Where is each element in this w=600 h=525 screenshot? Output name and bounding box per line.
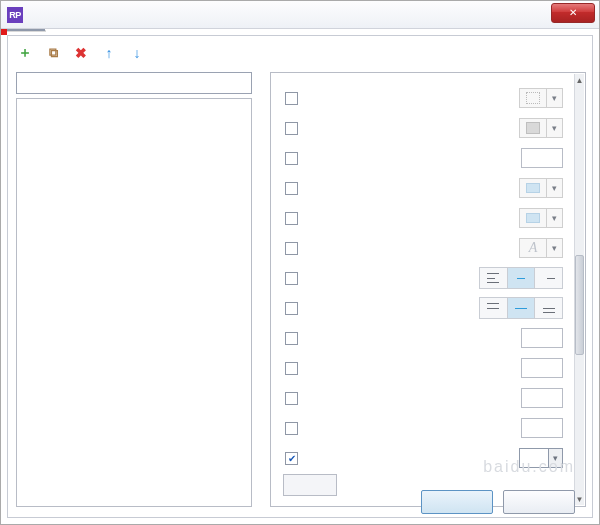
checkbox[interactable] <box>285 242 298 255</box>
prop-inner-shadow: ▾ <box>283 203 567 233</box>
corner-visibility-dropdown[interactable]: ▾ <box>519 88 563 108</box>
checkbox[interactable] <box>285 362 298 375</box>
ok-button[interactable] <box>421 490 493 514</box>
align-segmented[interactable] <box>479 267 563 289</box>
valign-segmented[interactable] <box>479 297 563 319</box>
close-icon: ✕ <box>569 8 577 18</box>
add-icon[interactable]: ＋ <box>18 46 32 60</box>
valign-bottom-icon[interactable] <box>535 298 562 318</box>
valign-middle-icon[interactable] <box>508 298 536 318</box>
text-shadow-dropdown[interactable]: A▾ <box>519 238 563 258</box>
checkbox[interactable] <box>285 152 298 165</box>
copy-button[interactable] <box>283 474 337 496</box>
cancel-button[interactable] <box>503 490 575 514</box>
app-icon: RP <box>7 7 23 23</box>
toolbar: ＋ ⧉ ✖ ↑ ↓ <box>18 46 144 60</box>
outer-shadow-dropdown[interactable]: ▾ <box>519 178 563 198</box>
properties-panel: ▲ ▼ ▾ ▾ <box>270 72 586 507</box>
checkbox[interactable] <box>285 182 298 195</box>
line-spacing-value <box>520 449 548 467</box>
align-center-icon[interactable] <box>508 268 536 288</box>
pad-top-input[interactable] <box>521 358 563 378</box>
scroll-up-icon[interactable]: ▲ <box>575 74 584 86</box>
scroll-thumb[interactable] <box>575 255 584 355</box>
line-spacing-popup[interactable] <box>1 29 45 31</box>
prop-fill-color: ▾ <box>283 113 567 143</box>
move-up-icon[interactable]: ↑ <box>102 46 116 60</box>
checkbox[interactable]: ✔ <box>285 452 298 465</box>
close-button[interactable]: ✕ <box>551 3 595 23</box>
checkbox[interactable] <box>285 422 298 435</box>
checkbox[interactable] <box>285 392 298 405</box>
chevron-down-icon: ▾ <box>548 449 562 467</box>
pad-bottom-input[interactable] <box>521 418 563 438</box>
checkbox[interactable] <box>285 92 298 105</box>
prop-outer-shadow: ▾ <box>283 173 567 203</box>
prop-valign <box>283 293 567 323</box>
prop-line-spacing: ✔ ▾ <box>283 443 567 473</box>
opacity-input[interactable] <box>521 148 563 168</box>
checkbox[interactable] <box>285 212 298 225</box>
prop-pad-top <box>283 353 567 383</box>
duplicate-icon[interactable]: ⧉ <box>46 46 60 60</box>
prop-opacity <box>283 143 567 173</box>
move-down-icon[interactable]: ↓ <box>130 46 144 60</box>
checkbox[interactable] <box>285 332 298 345</box>
style-search-input[interactable] <box>16 72 252 94</box>
titlebar: RP ✕ <box>1 1 599 29</box>
prop-pad-right <box>283 383 567 413</box>
checkbox[interactable] <box>285 272 298 285</box>
pad-right-input[interactable] <box>521 388 563 408</box>
prop-align <box>283 263 567 293</box>
prop-pad-left <box>283 323 567 353</box>
line-spacing-dropdown[interactable]: ▾ <box>519 448 563 468</box>
delete-icon[interactable]: ✖ <box>74 46 88 60</box>
valign-top-icon[interactable] <box>480 298 508 318</box>
align-left-icon[interactable] <box>480 268 508 288</box>
style-manager-window: RP ✕ ＋ ⧉ ✖ ↑ ↓ ▲ ▼ <box>0 0 600 525</box>
pad-left-input[interactable] <box>521 328 563 348</box>
inner-shadow-dropdown[interactable]: ▾ <box>519 208 563 228</box>
prop-pad-bottom <box>283 413 567 443</box>
checkbox[interactable] <box>285 122 298 135</box>
client-area: ＋ ⧉ ✖ ↑ ↓ ▲ ▼ ▾ <box>7 35 593 518</box>
checkbox[interactable] <box>285 302 298 315</box>
scroll-down-icon[interactable]: ▼ <box>575 493 584 505</box>
prop-text-shadow: A▾ <box>283 233 567 263</box>
scrollbar[interactable]: ▲ ▼ <box>574 74 584 505</box>
prop-corner-visibility: ▾ <box>283 83 567 113</box>
style-list[interactable] <box>16 98 252 507</box>
align-right-icon[interactable] <box>535 268 562 288</box>
dialog-buttons <box>421 490 575 514</box>
fill-color-dropdown[interactable]: ▾ <box>519 118 563 138</box>
properties-scroll: ▾ ▾ ▾ <box>271 73 573 506</box>
